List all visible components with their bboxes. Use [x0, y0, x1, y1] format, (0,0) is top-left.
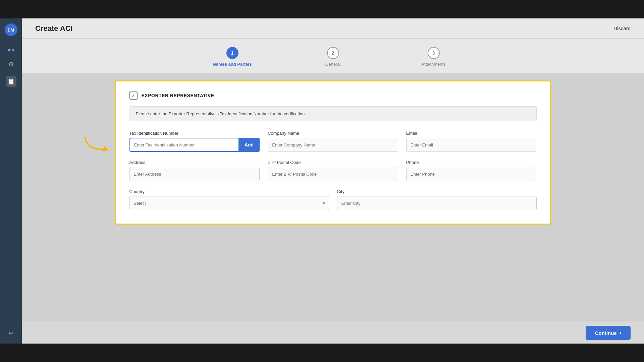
add-button[interactable]: Add [238, 138, 260, 152]
step-circle-1: 1 [226, 47, 238, 59]
discard-button[interactable]: Discard [613, 25, 631, 31]
phone-field-group: Phone [406, 160, 537, 181]
stepper: 1 Names and Parties 2 General 3 Attachme… [212, 47, 454, 67]
sidebar-item-documents[interactable]: 📋 [6, 76, 16, 87]
footer: Continue › [22, 322, 644, 344]
top-bar [0, 0, 644, 18]
bottom-bar [0, 344, 644, 362]
section-title: EXPORTER REPRESENTATIVE [142, 93, 214, 98]
step-connector-2 [353, 53, 414, 53]
step-1: 1 Names and Parties [212, 47, 253, 67]
tax-id-input[interactable] [129, 138, 238, 152]
zip-input[interactable] [268, 167, 398, 181]
info-banner: Please enter the Exporter Representative… [129, 106, 537, 121]
arrow-annotation [82, 131, 115, 154]
address-label: Address [129, 160, 260, 165]
tax-id-row: Add [129, 138, 260, 152]
email-label: Email [406, 131, 537, 136]
country-label: Country [129, 189, 329, 194]
city-label: City [337, 189, 537, 194]
step-label-1: Names and Parties [212, 62, 253, 67]
scroll-area[interactable]: ∧ EXPORTER REPRESENTATIVE Please enter t… [22, 74, 644, 322]
address-field-group: Address [129, 160, 260, 181]
page-title: Create ACI [35, 24, 73, 33]
form-row-1: Tax Identification Number Add Company Na… [129, 131, 537, 152]
section-header: ∧ EXPORTER REPRESENTATIVE [129, 92, 537, 100]
stepper-container: 1 Names and Parties 2 General 3 Attachme… [22, 39, 644, 74]
city-input[interactable] [337, 196, 537, 210]
phone-label: Phone [406, 160, 537, 165]
form-row-2: Address ZIP/ Postal Code Phone [129, 160, 537, 181]
email-field-group: Email [406, 131, 537, 152]
form-card: ∧ EXPORTER REPRESENTATIVE Please enter t… [115, 80, 551, 225]
svg-marker-0 [101, 145, 108, 151]
zip-field-group: ZIP/ Postal Code [268, 160, 398, 181]
sidebar-item-logout[interactable]: ↩ [6, 328, 16, 339]
company-name-field-group: Company Name [268, 131, 398, 152]
step-2: 2 General [313, 47, 353, 67]
step-label-2: General [313, 62, 353, 67]
step-label-3: Attachments [414, 62, 454, 67]
aci-label: ACI [8, 48, 14, 52]
step-3: 3 Attachments [414, 47, 454, 67]
sidebar-item-settings[interactable]: ⚙ [6, 59, 16, 69]
chevron-right-icon: › [620, 330, 621, 336]
company-name-label: Company Name [268, 131, 398, 136]
country-select[interactable]: Select [129, 196, 329, 210]
country-field-group: Country Select [129, 189, 329, 210]
header: Create ACI Discard [22, 18, 644, 39]
company-name-input[interactable] [268, 138, 398, 152]
step-connector-1 [253, 53, 313, 53]
user-avatar[interactable]: EM [5, 23, 17, 36]
continue-button[interactable]: Continue › [586, 326, 631, 340]
step-circle-3: 3 [428, 47, 440, 59]
tax-id-field-group: Tax Identification Number Add [129, 131, 260, 152]
collapse-button[interactable]: ∧ [129, 92, 138, 100]
country-select-wrapper: Select [129, 196, 329, 210]
city-field-group: City [337, 189, 537, 210]
phone-input[interactable] [406, 167, 537, 181]
email-input[interactable] [406, 138, 537, 152]
sidebar: EM ACI ⚙ 📋 ↩ [0, 18, 22, 344]
zip-label: ZIP/ Postal Code [268, 160, 398, 165]
step-circle-2: 2 [327, 47, 339, 59]
tax-id-label: Tax Identification Number [129, 131, 260, 136]
main-content: Create ACI Discard 1 Names and Parties 2… [22, 18, 644, 344]
form-row-3: Country Select City [129, 189, 537, 210]
address-input[interactable] [129, 167, 260, 181]
